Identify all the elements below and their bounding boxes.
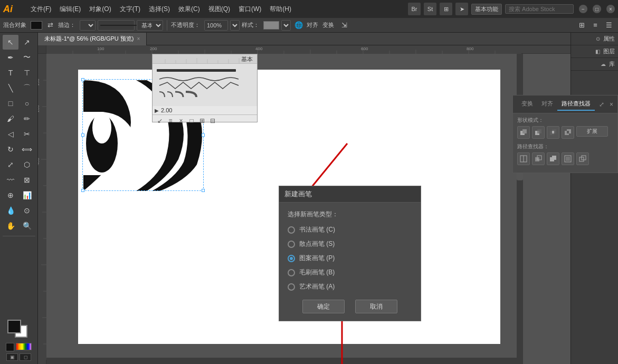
shape-builder-tool[interactable]: ⊕ xyxy=(3,188,18,203)
none-swatch[interactable] xyxy=(6,343,14,351)
menu-icon[interactable]: ☰ xyxy=(603,20,615,31)
cancel-button[interactable]: 取消 xyxy=(355,300,397,313)
brush-icon-1[interactable]: ↙ xyxy=(156,117,164,125)
menu-object[interactable]: 对象(O) xyxy=(85,0,115,18)
vertical-type-tool[interactable]: ⊤ xyxy=(19,65,35,80)
pencil-tool[interactable]: ✏ xyxy=(19,111,35,126)
arrow-icon[interactable]: ➤ xyxy=(455,3,468,15)
eyedropper-tool[interactable]: 💧 xyxy=(3,203,18,218)
menu-file[interactable]: 文件(F) xyxy=(26,0,55,18)
properties-label[interactable]: 属性 xyxy=(603,35,615,43)
shape-mode-intersect[interactable] xyxy=(547,126,559,139)
menu-window[interactable]: 窗口(W) xyxy=(234,0,265,18)
type-tool[interactable]: T xyxy=(3,65,18,80)
shear-tool[interactable]: ⬡ xyxy=(19,157,35,172)
menu-effect[interactable]: 效果(C) xyxy=(174,0,204,18)
radio-bristle[interactable]: 毛刷画笔 (B) xyxy=(288,268,412,277)
menu-help[interactable]: 帮助(H) xyxy=(265,0,296,18)
stroke-dropdown[interactable] xyxy=(80,20,96,31)
pf-divide[interactable] xyxy=(517,152,530,165)
tab-pathfinder[interactable]: 路径查找器 xyxy=(557,98,595,111)
pf-merge[interactable] xyxy=(547,152,559,165)
scissors-tool[interactable]: ✂ xyxy=(19,127,35,141)
blend-tool[interactable]: ⊙ xyxy=(19,203,35,218)
line-tool[interactable]: ╲ xyxy=(3,81,18,95)
radio-pattern[interactable]: 图案画笔 (P) xyxy=(288,254,412,263)
select-tool[interactable]: ↖ xyxy=(3,35,18,50)
brush-type-dropdown[interactable]: 基本 xyxy=(137,20,163,31)
hand-tool[interactable]: ✋ xyxy=(3,218,18,233)
shape-mode-minus[interactable] xyxy=(532,126,545,139)
globe-icon[interactable]: 🌐 xyxy=(293,20,305,31)
brush-icon-new[interactable]: □ xyxy=(187,117,196,125)
curvature-tool[interactable]: 〜 xyxy=(19,50,35,65)
free-transform-tool[interactable]: ⊠ xyxy=(19,173,35,187)
workspace-selector[interactable]: 基本功能 xyxy=(471,4,502,15)
arc-tool[interactable]: ⌒ xyxy=(19,81,35,95)
zoom-tool[interactable]: 🔍 xyxy=(19,218,35,233)
menu-text[interactable]: 文字(T) xyxy=(116,0,145,18)
brush-icon-minus[interactable]: ⊟ xyxy=(208,117,217,125)
fg-swatch[interactable] xyxy=(7,320,21,333)
reflect-tool[interactable]: ⟺ xyxy=(19,142,35,157)
tab-transform[interactable]: 变换 xyxy=(517,98,537,111)
stock-icon[interactable]: St xyxy=(424,3,436,15)
gradient-swatch[interactable] xyxy=(16,343,32,350)
layers-label[interactable]: 图层 xyxy=(603,47,615,55)
menu-view[interactable]: 视图(Q) xyxy=(204,0,234,18)
direct-select-tool[interactable]: ↗ xyxy=(19,35,35,50)
chart-tool[interactable]: 📊 xyxy=(19,188,35,203)
ellipse-tool[interactable]: ○ xyxy=(19,96,35,111)
rect-tool[interactable]: □ xyxy=(3,96,18,111)
pf-crop[interactable] xyxy=(562,152,574,165)
brush-icon-plus[interactable]: ⊞ xyxy=(198,117,206,125)
grid-icon[interactable]: ⊞ xyxy=(440,3,452,15)
maximize-button[interactable]: □ xyxy=(593,5,601,13)
canvas-tab[interactable]: 未标题-1* @ 56% (RGB/GPU 预览) × xyxy=(38,33,147,45)
bridge-icon[interactable]: Br xyxy=(408,3,421,15)
fg-bg-swatches[interactable] xyxy=(7,320,31,340)
pf-outline[interactable] xyxy=(576,152,589,165)
menu-select[interactable]: 选择(S) xyxy=(145,0,174,18)
fill-swatch[interactable] xyxy=(31,21,42,30)
layers-icon[interactable]: ◧ xyxy=(595,49,600,54)
brush-icon-delete[interactable]: × xyxy=(177,117,185,125)
confirm-button[interactable]: 确定 xyxy=(302,300,345,313)
transform-arrow-icon[interactable]: ⇲ xyxy=(338,20,350,31)
radio-calligraphy[interactable]: 书法画笔 (C) xyxy=(288,225,412,234)
shape-mode-unite[interactable] xyxy=(517,126,530,139)
tab-close-btn[interactable]: × xyxy=(137,36,140,42)
pathfinder-expand-icon[interactable]: ⤢ xyxy=(599,101,604,108)
radio-art[interactable]: 艺术画笔 (A) xyxy=(288,282,412,291)
brush-icon-2[interactable]: ≡ xyxy=(166,117,175,125)
style-dropdown[interactable] xyxy=(281,20,291,31)
opacity-input[interactable] xyxy=(204,20,228,31)
eraser-tool[interactable]: ◁ xyxy=(3,127,18,141)
rotate-tool[interactable]: ↻ xyxy=(3,142,18,157)
panel-icon[interactable]: ⊞ xyxy=(576,20,587,31)
pathfinder-close-icon[interactable]: × xyxy=(610,101,613,108)
scale-tool[interactable]: ⤢ xyxy=(3,157,18,172)
minimize-button[interactable]: − xyxy=(579,5,587,13)
warp-tool[interactable]: 〰 xyxy=(3,173,18,187)
opacity-dropdown[interactable] xyxy=(230,20,240,31)
properties-icon[interactable]: ⊙ xyxy=(596,36,600,42)
pen-tool[interactable]: ✒ xyxy=(3,50,18,65)
library-label[interactable]: 库 xyxy=(609,60,615,68)
arrange-icon[interactable]: ≡ xyxy=(590,20,601,31)
search-input[interactable] xyxy=(505,4,574,14)
swap-icon[interactable]: ⇄ xyxy=(44,20,56,31)
library-icon[interactable]: ☁ xyxy=(601,61,606,67)
bottom-scrollbar[interactable] xyxy=(46,358,517,364)
radio-scatter[interactable]: 散点画笔 (S) xyxy=(288,240,412,248)
tab-align[interactable]: 对齐 xyxy=(537,98,557,111)
expand-button[interactable]: 扩展 xyxy=(576,126,608,137)
shape-mode-exclude[interactable] xyxy=(562,126,574,139)
fill-mode-btn[interactable]: ▣ xyxy=(6,353,18,361)
menu-edit[interactable]: 编辑(E) xyxy=(55,0,85,18)
close-button[interactable]: × xyxy=(606,5,615,13)
style-swatch[interactable] xyxy=(263,21,279,30)
pf-trim[interactable] xyxy=(532,152,545,165)
paintbrush-tool[interactable]: 🖌 xyxy=(3,111,18,126)
stroke-mode-btn[interactable]: ◻ xyxy=(20,353,31,361)
